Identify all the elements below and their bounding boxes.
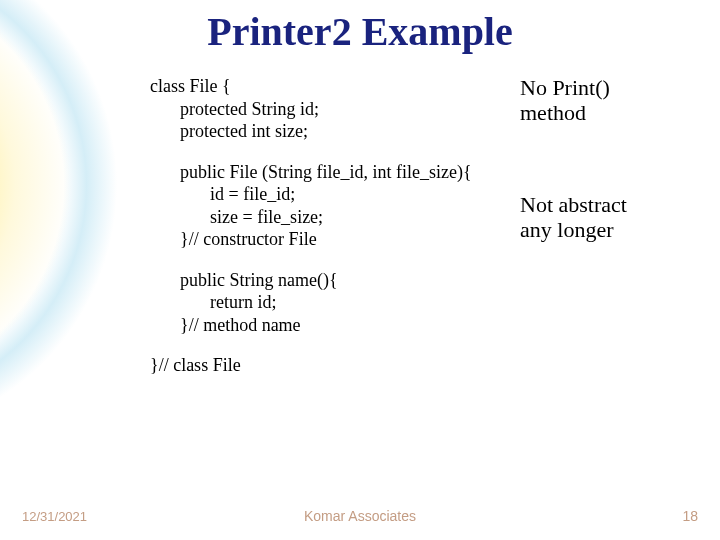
- code-line: public File (String file_id, int file_si…: [150, 161, 500, 184]
- note-line: any longer: [520, 217, 700, 242]
- note-line: method: [520, 100, 700, 125]
- notes-column: No Print() method Not abstract any longe…: [520, 75, 700, 242]
- code-line: }// method name: [150, 314, 500, 337]
- footer-org: Komar Associates: [0, 508, 720, 524]
- code-line: }// class File: [150, 354, 500, 377]
- code-line: protected int size;: [150, 120, 500, 143]
- code-block: class File { protected String id; protec…: [150, 75, 500, 377]
- code-line: id = file_id;: [150, 183, 500, 206]
- note-not-abstract: Not abstract any longer: [520, 192, 700, 243]
- code-line: }// constructor File: [150, 228, 500, 251]
- code-line: protected String id;: [150, 98, 500, 121]
- slide-title: Printer2 Example: [0, 8, 720, 55]
- code-line: class File {: [150, 75, 500, 98]
- footer-page-number: 18: [682, 508, 698, 524]
- note-line: No Print(): [520, 75, 700, 100]
- code-line: size = file_size;: [150, 206, 500, 229]
- code-line: public String name(){: [150, 269, 500, 292]
- code-line: return id;: [150, 291, 500, 314]
- note-line: Not abstract: [520, 192, 700, 217]
- note-no-print: No Print() method: [520, 75, 700, 126]
